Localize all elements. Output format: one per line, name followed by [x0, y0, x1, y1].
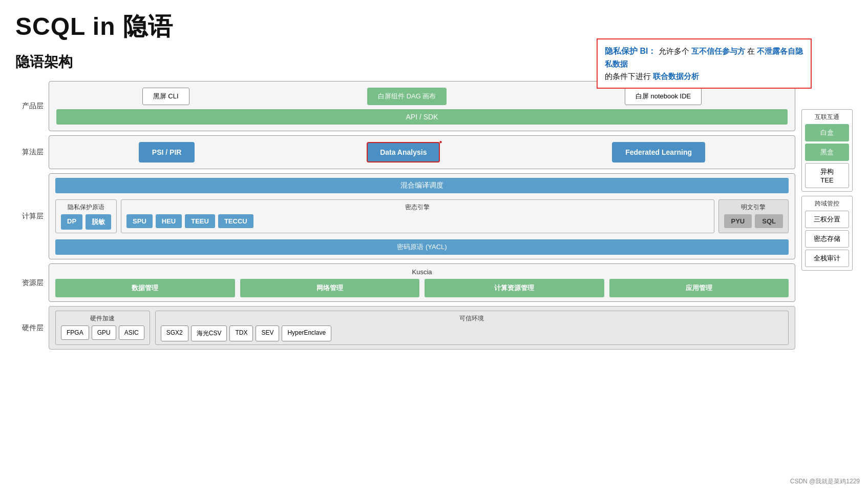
resource-layer-label: 资源层 — [15, 278, 44, 288]
resource-layer-row: 资源层 Kuscia 数据管理 网络管理 计算资源管理 应用管理 — [15, 263, 795, 302]
hw-accel-title: 硬件加速 — [61, 314, 144, 323]
hardware-layer-box: 硬件加速 FPGA GPU ASIC 可信环境 SGX2 海光CSV TDX — [49, 306, 795, 350]
compute-bottom-bar: 密码原语 (YACL) — [55, 239, 789, 255]
algorithm-layer-row: 算法层 PSI / PIR Data Analysis Federated Le… — [15, 135, 795, 169]
sidebar-interconnect-group: 互联互通 白盒 黑盒 异构TEE — [801, 109, 853, 192]
hw-trusted-btn-row: SGX2 海光CSV TDX SEV HyperEnclave — [161, 325, 783, 341]
product-item-cli: 黑屏 CLI — [142, 88, 189, 105]
product-items-row: 黑屏 CLI 白屏组件 DAG 画布 白屏 notebook IDE — [56, 88, 788, 105]
hw-btn-hyperenclave: HyperEnclave — [282, 325, 331, 341]
product-layer-box: 黑屏 CLI 白屏组件 DAG 画布 白屏 notebook IDE API /… — [49, 81, 795, 131]
sidebar-interconnect-title: 互联互通 — [805, 113, 849, 121]
callout-highlight3: 联合数据分析 — [653, 72, 699, 80]
algo-federated-learning: Federated Learning — [612, 142, 705, 162]
privacy-btn-row: DP 脱敏 — [61, 214, 111, 230]
compute-layer-box: 混合编译调度 隐私保护原语 DP 脱敏 — [49, 173, 795, 259]
hw-btn-hygon: 海光CSV — [191, 325, 227, 341]
compute-btn-spu: SPU — [126, 214, 153, 228]
compute-layer-row: 计算层 混合编译调度 隐私保护原语 DP 脱敏 — [15, 173, 795, 259]
resource-layer-box: Kuscia 数据管理 网络管理 计算资源管理 应用管理 — [49, 263, 795, 302]
hardware-sections: 硬件加速 FPGA GPU ASIC 可信环境 SGX2 海光CSV TDX — [55, 311, 789, 345]
hw-btn-gpu: GPU — [92, 325, 116, 340]
hw-btn-sgx2: SGX2 — [161, 325, 188, 341]
sidebar-crypto-storage: 密态存储 — [805, 230, 849, 248]
compute-layer-label: 计算层 — [15, 211, 44, 221]
sidebar-three-rights: 三权分置 — [805, 211, 849, 228]
callout-text3: 的条件下进行 — [605, 72, 651, 80]
resource-compute-mgmt: 计算资源管理 — [425, 279, 604, 297]
product-item-dag: 白屏组件 DAG 画布 — [367, 88, 447, 105]
hw-btn-sev: SEV — [256, 325, 279, 341]
resource-items: 数据管理 网络管理 计算资源管理 应用管理 — [55, 279, 789, 297]
privacy-section-title: 隐私保护原语 — [61, 203, 111, 212]
attribution: CSDN @我就是菜鸡1229 — [790, 477, 860, 486]
sidebar-crossdomain-group: 跨域管控 三权分置 密态存储 全栈审计 — [801, 196, 853, 271]
compute-btn-heu: HEU — [156, 214, 182, 228]
hw-accel-section: 硬件加速 FPGA GPU ASIC — [55, 311, 150, 345]
hw-trusted-section: 可信环境 SGX2 海光CSV TDX SEV HyperEnclave — [155, 311, 789, 345]
plaintext-section-title: 明文引擎 — [724, 203, 783, 212]
compute-btn-pyu: PYU — [724, 214, 752, 228]
compute-btn-teccu: TECCU — [218, 214, 253, 228]
privacy-crypto-inner: 隐私保护原语 DP 脱敏 密态引擎 SPU — [55, 199, 714, 233]
resource-app-mgmt: 应用管理 — [609, 279, 789, 297]
hw-btn-asic: ASIC — [119, 325, 144, 340]
resource-data-mgmt: 数据管理 — [55, 279, 235, 297]
hw-btn-tdx: TDX — [229, 325, 253, 341]
compute-btn-sql: SQL — [755, 214, 783, 228]
algo-data-analysis: Data Analysis — [367, 142, 440, 162]
algorithm-layer-label: 算法层 — [15, 147, 44, 157]
hw-trusted-title: 可信环境 — [161, 314, 783, 323]
sidebar-black-box: 黑盒 — [805, 144, 849, 161]
algorithm-layer-box: PSI / PIR Data Analysis Federated Learni… — [49, 135, 795, 169]
sidebar-crossdomain-title: 跨域管控 — [805, 199, 849, 208]
callout-highlight1: 互不信任参与方 — [691, 47, 745, 55]
crypto-section-title: 密态引擎 — [126, 203, 708, 212]
product-layer-row: 产品层 黑屏 CLI 白屏组件 DAG 画布 白屏 notebook IDE A… — [15, 81, 795, 131]
hardware-layer-label: 硬件层 — [15, 323, 44, 333]
callout-box: 隐私保护 BI： 允许多个 互不信任参与方 在 不泄露各自隐私数据 的条件下进行… — [597, 38, 812, 89]
callout-text1: 允许多个 — [659, 47, 689, 55]
compute-middle-section: 隐私保护原语 DP 脱敏 密态引擎 SPU — [55, 199, 789, 233]
api-sdk-bar: API / SDK — [56, 109, 788, 125]
kuscia-title: Kuscia — [55, 268, 789, 276]
plaintext-btn-row: PYU SQL — [724, 214, 783, 228]
compute-btn-teeu: TEEU — [185, 214, 215, 228]
crypto-section: 密态引擎 SPU HEU TEEU TECCU — [121, 199, 714, 233]
callout-bold: 隐私保护 BI： — [605, 47, 659, 55]
compute-btn-desensitize: 脱敏 — [86, 214, 111, 230]
privacy-crypto-group: 隐私保护原语 DP 脱敏 密态引擎 SPU — [55, 199, 714, 233]
sidebar-white-box: 白盒 — [805, 124, 849, 141]
hardware-layer-row: 硬件层 硬件加速 FPGA GPU ASIC 可信环境 SGX2 — [15, 306, 795, 350]
hw-accel-btn-row: FPGA GPU ASIC — [61, 325, 144, 340]
plaintext-section: 明文引擎 PYU SQL — [718, 199, 789, 233]
crypto-btn-row: SPU HEU TEEU TECCU — [126, 214, 708, 228]
privacy-section: 隐私保护原语 DP 脱敏 — [55, 199, 117, 233]
product-layer-label: 产品层 — [15, 101, 44, 111]
compute-top-bar: 混合编译调度 — [55, 178, 789, 193]
resource-network-mgmt: 网络管理 — [240, 279, 420, 297]
callout-text2: 在 — [747, 47, 755, 55]
architecture-diagram: 产品层 黑屏 CLI 白屏组件 DAG 画布 白屏 notebook IDE A… — [15, 81, 795, 354]
algo-psi-pir: PSI / PIR — [139, 142, 195, 162]
hw-btn-fpga: FPGA — [61, 325, 89, 340]
compute-btn-dp: DP — [61, 214, 82, 230]
sidebar-hetero-tee: 异构TEE — [805, 163, 849, 188]
sidebar-audit: 全栈审计 — [805, 250, 849, 267]
product-item-notebook: 白屏 notebook IDE — [625, 88, 702, 105]
right-sidebar: 互联互通 白盒 黑盒 异构TEE 跨域管控 三权分置 密态存储 全栈审计 — [801, 109, 853, 354]
